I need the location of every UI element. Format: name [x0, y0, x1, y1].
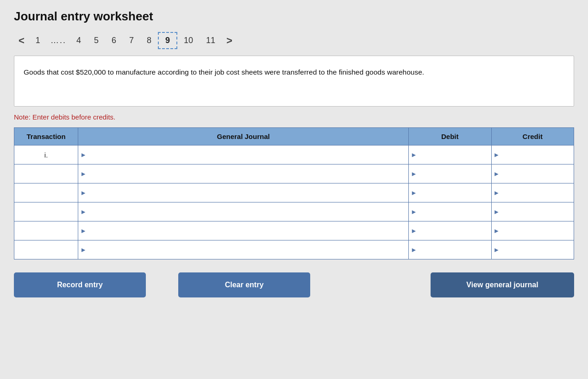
- cell-transaction-0: i.: [14, 145, 78, 164]
- arrow-general-2: ►: [78, 190, 89, 196]
- cell-credit-2[interactable]: ►: [491, 183, 574, 202]
- pagination: < 1 ….. 4 5 6 7 8 9 10 11 >: [14, 32, 574, 49]
- arrow-general-5: ►: [78, 246, 89, 253]
- cell-credit-3[interactable]: ►: [491, 202, 574, 221]
- cell-credit-5[interactable]: ►: [491, 240, 574, 259]
- header-debit: Debit: [409, 128, 491, 145]
- page-6[interactable]: 6: [105, 33, 123, 48]
- page-title: Journal entry worksheet: [14, 9, 574, 24]
- next-arrow[interactable]: >: [222, 33, 237, 49]
- arrow-debit-2: ►: [409, 190, 420, 196]
- input-credit-3[interactable]: [502, 202, 574, 221]
- input-general-3[interactable]: [89, 202, 408, 221]
- header-credit: Credit: [491, 128, 574, 145]
- cell-general-4[interactable]: ►: [78, 221, 409, 240]
- input-debit-2[interactable]: [420, 183, 491, 202]
- arrow-credit-1: ►: [492, 171, 503, 177]
- cell-debit-2[interactable]: ►: [409, 183, 491, 202]
- input-credit-1[interactable]: [502, 164, 574, 183]
- cell-general-5[interactable]: ►: [78, 240, 409, 259]
- description-box: Goods that cost $520,000 to manufacture …: [14, 56, 574, 107]
- ellipsis: …..: [47, 33, 70, 48]
- page-11[interactable]: 11: [200, 33, 222, 48]
- cell-credit-0[interactable]: ►: [491, 145, 574, 164]
- table-row: ► ► ►: [14, 164, 574, 183]
- buttons-row: Record entry Clear entry View general jo…: [14, 272, 574, 297]
- cell-transaction-5: [14, 240, 78, 259]
- input-general-1[interactable]: [89, 164, 408, 183]
- table-row: i. ► ► ►: [14, 145, 574, 164]
- arrow-debit-4: ►: [409, 227, 420, 234]
- table-row: ► ► ►: [14, 240, 574, 259]
- input-general-5[interactable]: [89, 240, 408, 259]
- header-general-journal: General Journal: [78, 128, 409, 145]
- cell-transaction-4: [14, 221, 78, 240]
- header-transaction: Transaction: [14, 128, 78, 145]
- clear-entry-button[interactable]: Clear entry: [178, 272, 310, 297]
- note-text: Note: Enter debits before credits.: [14, 113, 574, 121]
- input-debit-1[interactable]: [420, 164, 491, 183]
- arrow-debit-0: ►: [409, 152, 420, 158]
- table-row: ► ► ►: [14, 183, 574, 202]
- cell-debit-5[interactable]: ►: [409, 240, 491, 259]
- cell-general-2[interactable]: ►: [78, 183, 409, 202]
- cell-transaction-1: [14, 164, 78, 183]
- input-debit-4[interactable]: [420, 221, 491, 240]
- arrow-debit-3: ►: [409, 208, 420, 215]
- page-10[interactable]: 10: [177, 33, 200, 48]
- input-credit-4[interactable]: [502, 221, 574, 240]
- page-1[interactable]: 1: [29, 33, 47, 48]
- arrow-credit-4: ►: [492, 227, 503, 234]
- arrow-general-0: ►: [78, 152, 89, 158]
- arrow-credit-2: ►: [492, 190, 503, 196]
- arrow-general-3: ►: [78, 208, 89, 215]
- input-credit-2[interactable]: [502, 183, 574, 202]
- table-row: ► ► ►: [14, 221, 574, 240]
- arrow-credit-0: ►: [492, 152, 503, 158]
- page-4[interactable]: 4: [70, 33, 88, 48]
- arrow-credit-5: ►: [492, 246, 503, 253]
- input-credit-5[interactable]: [502, 240, 574, 259]
- input-debit-5[interactable]: [420, 240, 491, 259]
- page-7[interactable]: 7: [123, 33, 140, 48]
- cell-debit-0[interactable]: ►: [409, 145, 491, 164]
- cell-general-0[interactable]: ►: [78, 145, 409, 164]
- page-8[interactable]: 8: [140, 33, 158, 48]
- arrow-credit-3: ►: [492, 208, 503, 215]
- input-debit-3[interactable]: [420, 202, 491, 221]
- cell-transaction-2: [14, 183, 78, 202]
- cell-debit-1[interactable]: ►: [409, 164, 491, 183]
- input-general-2[interactable]: [89, 183, 408, 202]
- page-9[interactable]: 9: [158, 32, 177, 49]
- journal-table: Transaction General Journal Debit Credit…: [14, 127, 574, 259]
- input-general-0[interactable]: [89, 145, 408, 164]
- cell-credit-4[interactable]: ►: [491, 221, 574, 240]
- table-row: ► ► ►: [14, 202, 574, 221]
- view-general-journal-button[interactable]: View general journal: [431, 272, 574, 297]
- cell-debit-3[interactable]: ►: [409, 202, 491, 221]
- description-text: Goods that cost $520,000 to manufacture …: [24, 68, 424, 76]
- cell-general-1[interactable]: ►: [78, 164, 409, 183]
- cell-general-3[interactable]: ►: [78, 202, 409, 221]
- cell-debit-4[interactable]: ►: [409, 221, 491, 240]
- cell-transaction-3: [14, 202, 78, 221]
- cell-credit-1[interactable]: ►: [491, 164, 574, 183]
- arrow-general-1: ►: [78, 171, 89, 177]
- page-5[interactable]: 5: [88, 33, 105, 48]
- arrow-debit-1: ►: [409, 171, 420, 177]
- input-debit-0[interactable]: [420, 145, 491, 164]
- arrow-general-4: ►: [78, 227, 89, 234]
- arrow-debit-5: ►: [409, 246, 420, 253]
- input-credit-0[interactable]: [502, 145, 574, 164]
- input-general-4[interactable]: [89, 221, 408, 240]
- prev-arrow[interactable]: <: [14, 33, 29, 49]
- record-entry-button[interactable]: Record entry: [14, 272, 146, 297]
